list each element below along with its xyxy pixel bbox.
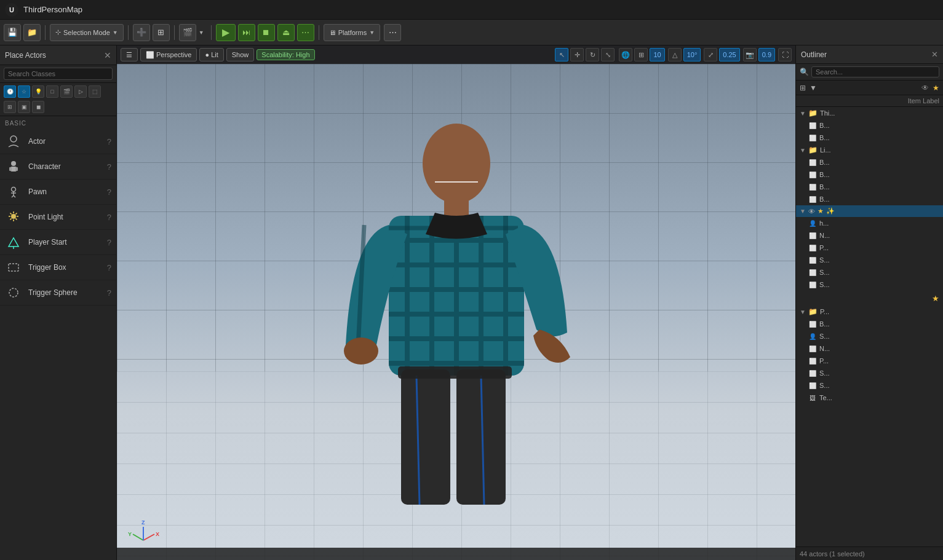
trigger-sphere-info-icon[interactable]: ?	[107, 288, 111, 298]
outliner-item-s3[interactable]: ⬜ S...	[796, 278, 943, 291]
step-button[interactable]: ⏭	[238, 24, 255, 41]
outliner-item-p-te[interactable]: 🖼 Te...	[796, 392, 943, 404]
filter-basic-icon[interactable]: ☆	[18, 85, 30, 98]
more-play-button[interactable]: ⋯	[297, 24, 314, 41]
filter-icon[interactable]: ⊞	[800, 84, 806, 92]
outliner-item-p-s[interactable]: 👤 S...	[796, 330, 943, 342]
outliner-item-p-s2[interactable]: ⬜ S...	[796, 367, 943, 379]
outliner-item-s1[interactable]: ⬜ S...	[796, 254, 943, 266]
outliner-item-n[interactable]: ⬜ N...	[796, 229, 943, 242]
scalability-badge[interactable]: Scalability: High	[257, 49, 314, 60]
platforms-button[interactable]: 🖥 Platforms ▼	[324, 24, 380, 41]
outliner-folder-thi[interactable]: ▼ 📁 Thi...	[796, 107, 943, 119]
cinematics-chevron: ▼	[199, 30, 204, 36]
transform-tool[interactable]: 🌐	[619, 48, 632, 61]
outliner-item-li-b3[interactable]: ⬜ B...	[796, 181, 943, 193]
outliner-item-p-n[interactable]: ⬜ N...	[796, 342, 943, 355]
outliner-item-li-b1[interactable]: ⬜ B...	[796, 156, 943, 168]
pawn-info-icon[interactable]: ?	[107, 187, 111, 197]
camera-speed-button[interactable]: 📷	[743, 48, 757, 61]
lit-button[interactable]: ● Lit	[199, 48, 223, 61]
rotate-tool[interactable]: ↻	[586, 48, 599, 61]
trigger-box-info-icon[interactable]: ?	[107, 263, 111, 272]
angle-snap-button[interactable]: △	[668, 48, 682, 61]
eye-icon-selected[interactable]: 👁	[808, 208, 815, 215]
filter-lights-icon[interactable]: 💡	[32, 85, 44, 98]
outliner-item-p-p[interactable]: ⬜ P...	[796, 355, 943, 367]
more-options-button[interactable]: ⋯	[384, 24, 401, 41]
move-tool[interactable]: ✛	[570, 48, 584, 61]
selection-mode-button[interactable]: ⊹ Selection Mode ▼	[50, 24, 124, 41]
outliner-folder-li2-selected[interactable]: ▼ 👁 ★ ✨	[796, 205, 943, 217]
filter-visual-icon[interactable]: ⬚	[89, 85, 101, 98]
filter-shapes-icon[interactable]: □	[46, 85, 58, 98]
svg-point-41	[344, 337, 378, 365]
search-classes-input[interactable]	[4, 68, 113, 80]
add-button-2[interactable]: ⊞	[153, 24, 170, 41]
cinematics-button[interactable]: 🎬	[179, 24, 196, 41]
item-p-name: P...	[819, 244, 939, 251]
actor-item-point-light[interactable]: Point Light ?	[0, 205, 116, 230]
outliner-item-b1[interactable]: ⬜ B... 👁	[796, 119, 943, 132]
select-tool[interactable]: ↖	[555, 48, 568, 61]
grid-snap-button[interactable]: ⊞	[634, 48, 648, 61]
panel-close-button[interactable]: ✕	[104, 50, 111, 60]
actor-item-trigger-sphere[interactable]: Trigger Sphere ?	[0, 280, 116, 306]
star-icon-selected[interactable]: ★	[818, 207, 824, 215]
solo-star-icon[interactable]: ★	[932, 294, 939, 303]
outliner-item-li-b4[interactable]: ⬜ B...	[796, 193, 943, 205]
actor-info-icon[interactable]: ?	[107, 137, 111, 146]
outliner-folder-p[interactable]: ▼ 📁 P...	[796, 306, 943, 318]
add-actor-button[interactable]: ➕	[133, 24, 150, 41]
outliner-item-p[interactable]: ⬜ P...	[796, 242, 943, 254]
character-info-icon[interactable]: ?	[107, 162, 111, 172]
eye-icon[interactable]: 👁	[921, 84, 929, 92]
actor-item-player-start[interactable]: Player Start ?	[0, 230, 116, 255]
filter-box-icon[interactable]: ▣	[18, 101, 30, 113]
play-button[interactable]: ▶	[216, 24, 236, 41]
outliner-item-s2[interactable]: ⬜ S...	[796, 266, 943, 278]
actor-item-pawn[interactable]: Pawn ?	[0, 179, 116, 205]
show-button[interactable]: Show	[226, 48, 255, 61]
outliner-item-p-s3[interactable]: ⬜ S...	[796, 379, 943, 392]
perspective-button[interactable]: ⬜ Perspective	[140, 48, 197, 61]
maximize-button[interactable]: ⛶	[778, 48, 792, 61]
stop-button[interactable]: ⏹	[258, 24, 275, 41]
angle-size-button[interactable]: 10°	[683, 48, 701, 61]
outliner-item-h[interactable]: 👤 h...	[796, 217, 943, 229]
scale-tool[interactable]: ⤡	[601, 48, 615, 61]
actor-item-actor[interactable]: Actor ?	[0, 129, 116, 154]
point-light-info-icon[interactable]: ?	[107, 213, 111, 222]
filter-cube-icon[interactable]: ◼	[32, 101, 44, 113]
filter-down-icon[interactable]: ▼	[810, 84, 817, 92]
outliner-close-button[interactable]: ✕	[931, 50, 938, 59]
scale-value-button[interactable]: 0.25	[719, 48, 739, 61]
filter-cinematic-icon[interactable]: 🎬	[60, 85, 73, 98]
actor-item-trigger-box[interactable]: Trigger Box ?	[0, 255, 116, 280]
viewport[interactable]: ☰ ⬜ Perspective ● Lit Show Scalability: …	[117, 45, 795, 560]
outliner-item-list: ▼ 📁 Thi... ⬜ B... 👁 ⬜ B... 👁 ▼	[796, 107, 943, 546]
svg-rect-3	[9, 167, 12, 171]
filter-audio-icon[interactable]: ▷	[74, 85, 87, 98]
filter-recent-icon[interactable]: 🕐	[4, 85, 16, 98]
player-start-info-icon[interactable]: ?	[107, 238, 111, 247]
outliner-folder-li1[interactable]: ▼ 📁 Li...	[796, 144, 943, 156]
viewport-menu-button[interactable]: ☰	[121, 48, 138, 61]
filter-grid-icon[interactable]: ⊞	[4, 101, 16, 113]
save-button[interactable]: 💾	[4, 24, 21, 41]
actor-item-character[interactable]: Character ?	[0, 154, 116, 179]
lit-label: Lit	[211, 51, 218, 58]
item-eye-button-2[interactable]: 👁	[931, 133, 939, 142]
outliner-header: Outliner ✕	[796, 45, 943, 64]
camera-speed-value-button[interactable]: 0.9	[758, 48, 775, 61]
eject-button[interactable]: ⏏	[277, 24, 295, 41]
outliner-item-b2[interactable]: ⬜ B... 👁	[796, 132, 943, 144]
scale-snap-button[interactable]: ⤢	[704, 48, 717, 61]
outliner-item-p-b[interactable]: ⬜ B...	[796, 318, 943, 330]
open-button[interactable]: 📁	[23, 24, 41, 41]
grid-size-button[interactable]: 10	[650, 48, 664, 61]
outliner-item-li-b2[interactable]: ⬜ B...	[796, 168, 943, 181]
item-eye-button[interactable]: 👁	[931, 121, 939, 130]
star-filter-icon[interactable]: ★	[933, 84, 939, 92]
outliner-search-input[interactable]	[811, 66, 939, 77]
